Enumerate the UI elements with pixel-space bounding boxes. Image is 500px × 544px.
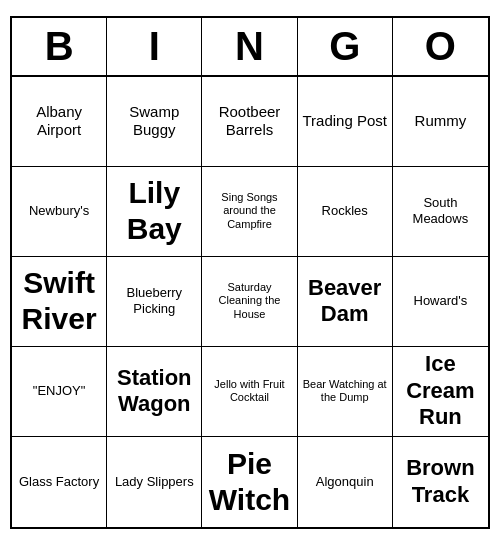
bingo-cell: "ENJOY"	[12, 347, 107, 437]
cell-text: Lily Bay	[111, 175, 197, 247]
bingo-grid: Albany AirportSwamp BuggyRootbeer Barrel…	[12, 77, 488, 527]
cell-text: Newbury's	[29, 203, 89, 219]
cell-text: Rockles	[322, 203, 368, 219]
cell-text: Brown Track	[397, 455, 484, 508]
bingo-cell: Lady Slippers	[107, 437, 202, 527]
cell-text: Beaver Dam	[302, 275, 388, 328]
cell-text: Glass Factory	[19, 474, 99, 490]
cell-text: South Meadows	[397, 195, 484, 226]
header-letter: B	[12, 18, 107, 75]
cell-text: "ENJOY"	[33, 383, 86, 399]
cell-text: Howard's	[414, 293, 468, 309]
header-letter: I	[107, 18, 202, 75]
bingo-cell: Jello with Fruit Cocktail	[202, 347, 297, 437]
header-letter: G	[298, 18, 393, 75]
bingo-cell: Glass Factory	[12, 437, 107, 527]
bingo-cell: Saturday Cleaning the House	[202, 257, 297, 347]
bingo-cell: Algonquin	[298, 437, 393, 527]
bingo-cell: South Meadows	[393, 167, 488, 257]
header-letter: O	[393, 18, 488, 75]
bingo-cell: Rockles	[298, 167, 393, 257]
bingo-cell: Albany Airport	[12, 77, 107, 167]
cell-text: Swift River	[16, 265, 102, 337]
cell-text: Blueberry Picking	[111, 285, 197, 316]
cell-text: Trading Post	[302, 112, 387, 130]
cell-text: Station Wagon	[111, 365, 197, 418]
bingo-cell: Swift River	[12, 257, 107, 347]
bingo-cell: Brown Track	[393, 437, 488, 527]
bingo-cell: Sing Songs around the Campfire	[202, 167, 297, 257]
bingo-cell: Bear Watching at the Dump	[298, 347, 393, 437]
header-letter: N	[202, 18, 297, 75]
cell-text: Lady Slippers	[115, 474, 194, 490]
bingo-cell: Swamp Buggy	[107, 77, 202, 167]
cell-text: Swamp Buggy	[111, 103, 197, 139]
cell-text: Albany Airport	[16, 103, 102, 139]
bingo-cell: Pie Witch	[202, 437, 297, 527]
bingo-cell: Trading Post	[298, 77, 393, 167]
bingo-header: BINGO	[12, 18, 488, 77]
cell-text: Sing Songs around the Campfire	[206, 191, 292, 231]
bingo-cell: Beaver Dam	[298, 257, 393, 347]
cell-text: Jello with Fruit Cocktail	[206, 378, 292, 404]
cell-text: Saturday Cleaning the House	[206, 281, 292, 321]
cell-text: Rummy	[415, 112, 467, 130]
bingo-cell: Station Wagon	[107, 347, 202, 437]
cell-text: Ice Cream Run	[397, 351, 484, 430]
bingo-card: BINGO Albany AirportSwamp BuggyRootbeer …	[10, 16, 490, 529]
cell-text: Rootbeer Barrels	[206, 103, 292, 139]
bingo-cell: Ice Cream Run	[393, 347, 488, 437]
cell-text: Pie Witch	[206, 446, 292, 518]
cell-text: Bear Watching at the Dump	[302, 378, 388, 404]
bingo-cell: Lily Bay	[107, 167, 202, 257]
cell-text: Algonquin	[316, 474, 374, 490]
bingo-cell: Newbury's	[12, 167, 107, 257]
bingo-cell: Howard's	[393, 257, 488, 347]
bingo-cell: Rummy	[393, 77, 488, 167]
bingo-cell: Blueberry Picking	[107, 257, 202, 347]
bingo-cell: Rootbeer Barrels	[202, 77, 297, 167]
